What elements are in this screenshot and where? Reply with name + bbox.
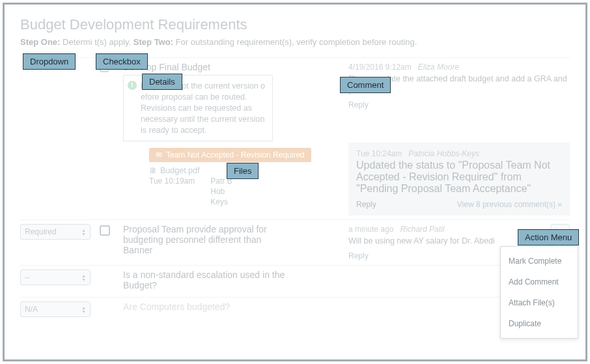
- file-block: 🗎 Budget.pdf Tue 10:19am Patr B Hob Keys: [149, 166, 335, 207]
- requirement-title: Are Computers budgeted?: [123, 301, 335, 312]
- info-icon: i: [128, 81, 137, 90]
- dropdown-value: --: [25, 273, 30, 282]
- dropdown-value: N/A: [25, 305, 38, 314]
- view-previous-link[interactable]: View 8 previous comment(s) »: [457, 200, 562, 209]
- step2-text: For outstanding requirement(s), verify c…: [173, 37, 417, 47]
- reply-link[interactable]: Reply: [348, 100, 570, 110]
- status-dropdown[interactable]: -- ▲▼: [20, 270, 91, 285]
- requirement-row: -- ▲▼ Is a non-standard escalation used …: [20, 265, 570, 297]
- reply-link[interactable]: Reply: [356, 200, 376, 209]
- page-title: Budget Development Requirements: [20, 16, 570, 33]
- requirement-title: Is a non-standard escalation used in the…: [123, 270, 292, 290]
- dropdown-value: Required: [25, 227, 57, 236]
- details-text: Proposa cept the current version o efore…: [141, 81, 265, 135]
- file-icon: 🗎: [149, 166, 158, 175]
- step1-label: Step One:: [20, 37, 60, 47]
- status-dropdown[interactable]: Required ▲▼: [20, 224, 91, 240]
- step2-label: Step Two:: [133, 37, 173, 47]
- action-menu: Mark Complete Add Comment Attach File(s)…: [500, 246, 578, 339]
- requirement-row: Required ▲▼ Proposal Team provide approv…: [20, 219, 570, 265]
- status-comment-user: Patricia Hobbs-Keys: [408, 149, 479, 158]
- row-checkbox[interactable]: [100, 225, 110, 236]
- status-badge: ✉ Team Not Accepted - Revision Required: [149, 148, 311, 162]
- steps-line: Step One: Determi t(s) apply. Step Two: …: [20, 37, 570, 47]
- comment-user: Richard Patil: [400, 225, 444, 234]
- action-duplicate[interactable]: Duplicate: [501, 313, 578, 334]
- gear-icon: [554, 228, 561, 236]
- chevron-down-icon: [563, 231, 567, 233]
- action-attach-files[interactable]: Attach File(s): [501, 292, 578, 313]
- caret-icon: ▲▼: [81, 229, 86, 236]
- comment-body: Will be using new AY salary for Dr. Abed…: [348, 236, 570, 247]
- row-checkbox[interactable]: [100, 63, 109, 72]
- action-add-comment[interactable]: Add Comment: [501, 272, 578, 292]
- comment-user: Eliza Moore: [418, 63, 459, 72]
- file-name: Budget.pdf: [160, 166, 199, 175]
- file-time: Tue 10:19am: [149, 176, 195, 207]
- caret-icon: ▲▼: [81, 274, 86, 281]
- requirement-title: Develop Final Budget: [123, 62, 335, 72]
- status-comment-body: Updated the status to "Proposal Team Not…: [356, 160, 562, 195]
- status-badge-text: Team Not Accepted - Revision Required: [166, 150, 305, 160]
- file-link[interactable]: 🗎 Budget.pdf: [149, 166, 199, 175]
- envelope-icon: ✉: [156, 150, 162, 160]
- step1-text: Determi t(s) apply.: [60, 37, 133, 47]
- comment-body: Please update the attached draft budget …: [348, 74, 570, 96]
- comment: 4/19/2016 9:12am Eliza Moore Please upda…: [348, 62, 570, 110]
- status-comment-time: Tue 10:24am: [356, 149, 402, 158]
- requirement-title: Proposal Team provide approval for budge…: [123, 224, 292, 255]
- action-menu-button[interactable]: [550, 224, 570, 240]
- comment-time: a minute ago: [348, 225, 393, 234]
- file-uploader: Patr B Hob Keys: [210, 176, 232, 207]
- requirement-row: Develop Final Budget i Proposa cept the …: [20, 57, 570, 219]
- status-dropdown[interactable]: N/A ▲▼: [20, 301, 91, 317]
- caret-icon: ▲▼: [81, 306, 86, 313]
- action-mark-complete[interactable]: Mark Complete: [501, 251, 578, 272]
- comment-time: 4/19/2016 9:12am: [348, 63, 412, 72]
- status-comment: Tue 10:24am Patricia Hobbs-Keys Updated …: [348, 143, 570, 216]
- details-box: i Proposa cept the current version o efo…: [123, 75, 273, 141]
- requirement-row: N/A ▲▼ Are Computers budgeted?: [20, 297, 570, 321]
